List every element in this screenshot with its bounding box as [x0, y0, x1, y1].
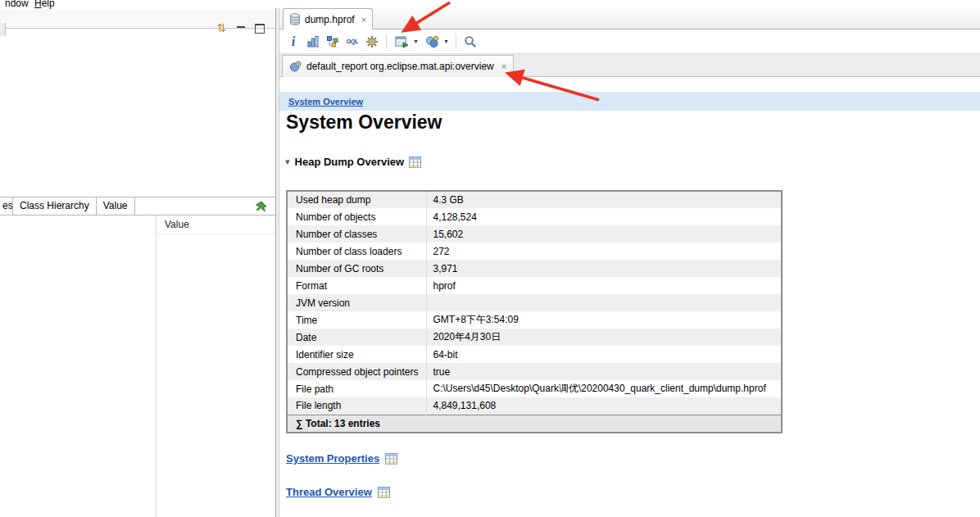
info-icon: i — [292, 34, 295, 49]
row-name: Time — [287, 311, 426, 329]
table-row: Number of class loaders 272 — [287, 243, 782, 260]
search-button[interactable] — [461, 33, 479, 51]
table-total-row: ∑ Total: 13 entries — [287, 415, 782, 433]
toolbar-fragment-icon — [0, 23, 6, 36]
row-value: 3,971 — [426, 260, 782, 277]
inspector-tab-bar: es Class Hierarchy Value — [0, 197, 276, 215]
tab-dump-hprof-label: dump.hprof — [305, 14, 355, 25]
oql-icon: OQL — [347, 39, 358, 44]
row-value: C:\Users\d45\Desktop\Quark调优\20200430_qu… — [426, 380, 782, 397]
tab-class-hierarchy[interactable]: Class Hierarchy — [13, 197, 97, 215]
row-name: Number of classes — [287, 225, 426, 243]
row-name: Used heap dump — [287, 191, 426, 208]
row-name: Compressed object pointers — [287, 363, 426, 380]
minimize-view-button[interactable] — [235, 22, 247, 34]
table-row: File length 4,849,131,608 — [287, 397, 782, 415]
heap-dump-overview-table: Used heap dump 4.3 GB Number of objects … — [286, 190, 783, 433]
row-name: JVM version — [287, 294, 426, 311]
open-in-table-icon[interactable] — [385, 453, 397, 465]
row-name: Number of class loaders — [287, 243, 426, 260]
row-value: hprof — [426, 277, 782, 294]
chevron-down-icon[interactable]: ▾ — [285, 156, 290, 167]
table-row: Date 2020年4月30日 — [287, 329, 782, 346]
row-value: 272 — [426, 243, 782, 260]
open-in-table-icon[interactable] — [409, 156, 421, 168]
tab-dump-hprof[interactable]: dump.hprof × — [283, 8, 373, 29]
open-in-table-icon[interactable] — [378, 487, 390, 498]
toolbar-separator — [456, 34, 456, 48]
row-value: 15,602 — [426, 225, 782, 243]
row-value: 2020年4月30日 — [426, 329, 782, 346]
tab-default-report-overview[interactable]: default_report org.eclipse.mat.api:overv… — [282, 55, 514, 77]
dominator-tree-button[interactable] — [324, 33, 342, 51]
toolbar-separator — [386, 34, 387, 48]
menu-window[interactable]: ndow — [5, 0, 29, 9]
table-row: Number of objects 4,128,524 — [287, 208, 782, 225]
run-report-icon — [395, 35, 409, 48]
tab-value[interactable]: Value — [97, 197, 135, 215]
table-row: Used heap dump 4.3 GB — [287, 191, 782, 208]
row-value: 4,849,131,608 — [426, 397, 782, 415]
report-content: System Overview System Overview ▾ Heap D… — [279, 77, 980, 517]
thread-overview-link[interactable]: Thread Overview — [286, 486, 372, 498]
editor-toolbar: i OQL — [279, 29, 980, 54]
editor-tab-bar: dump.hprof × — [279, 8, 980, 29]
row-name: Identifier size — [287, 346, 426, 363]
value-column-separator — [156, 215, 157, 517]
row-name: Format — [287, 277, 426, 294]
section-title: Heap Dump Overview — [295, 156, 405, 168]
pin-icon[interactable] — [254, 200, 268, 214]
close-icon[interactable]: × — [501, 61, 506, 71]
row-name: File path — [287, 380, 426, 397]
total-label: ∑ Total: 13 entries — [287, 415, 782, 433]
menu-help[interactable]: Help — [34, 0, 55, 9]
pin-icon-glyph — [254, 200, 268, 214]
maximize-view-button[interactable] — [253, 22, 265, 34]
report-tab-label: default_report org.eclipse.mat.api:overv… — [306, 61, 494, 72]
row-name: Date — [287, 329, 426, 346]
value-column-header[interactable]: Value — [157, 215, 276, 234]
dominator-tree-icon — [326, 35, 339, 48]
breadcrumb-system-overview-link[interactable]: System Overview — [288, 97, 363, 107]
row-name: Number of GC roots — [287, 260, 426, 277]
left-view-toolbar: ⇅ — [0, 10, 276, 29]
run-report-dropdown-icon[interactable]: ▾ — [411, 38, 420, 45]
report-icon — [289, 61, 302, 73]
row-value: 64-bit — [426, 346, 782, 363]
row-value: GMT+8下午3:54:09 — [426, 311, 782, 329]
tab-attributes[interactable]: es — [0, 197, 13, 215]
histogram-button[interactable] — [304, 33, 322, 51]
oql-button[interactable]: OQL — [343, 33, 361, 51]
system-properties-row: System Properties — [286, 452, 397, 465]
query-browser-inner[interactable] — [423, 33, 441, 51]
table-row: File path C:\Users\d45\Desktop\Quark调优\2… — [287, 380, 782, 397]
search-icon — [464, 35, 477, 48]
row-value: 4,128,524 — [426, 208, 782, 225]
run-report-inner[interactable] — [392, 33, 411, 51]
run-expert-report-button[interactable]: ▾ — [392, 33, 420, 51]
link-with-editor-icon[interactable]: ⇅ — [214, 20, 229, 36]
system-properties-link[interactable]: System Properties — [286, 452, 379, 465]
page-title: System Overview — [286, 111, 442, 134]
gear-icon — [365, 35, 379, 48]
table-row: JVM version — [287, 294, 782, 311]
histogram-icon — [306, 35, 320, 48]
query-browser-icon — [425, 35, 439, 48]
close-icon[interactable]: × — [361, 15, 366, 25]
query-browser-dropdown-icon[interactable]: ▾ — [442, 38, 451, 45]
calculate-retained-size-button[interactable] — [363, 33, 381, 51]
table-row: Time GMT+8下午3:54:09 — [287, 311, 782, 329]
heap-dump-overview-section-header: ▾ Heap Dump Overview — [285, 156, 421, 168]
table-row: Identifier size 64-bit — [287, 346, 782, 363]
row-value: true — [426, 363, 782, 380]
table-row: Number of GC roots 3,971 — [287, 260, 782, 277]
row-name: File length — [287, 397, 426, 415]
query-browser-button[interactable]: ▾ — [422, 33, 451, 51]
table-row: Compressed object pointers true — [287, 363, 782, 380]
table-row: Number of classes 15,602 — [287, 225, 782, 243]
table-row: Format hprof — [287, 277, 782, 294]
report-tab-bar: default_report org.eclipse.mat.api:overv… — [279, 54, 980, 77]
report-breadcrumb-bar: System Overview — [279, 92, 980, 111]
row-name: Number of objects — [287, 208, 426, 225]
heap-dump-details-button[interactable]: i — [284, 33, 302, 51]
